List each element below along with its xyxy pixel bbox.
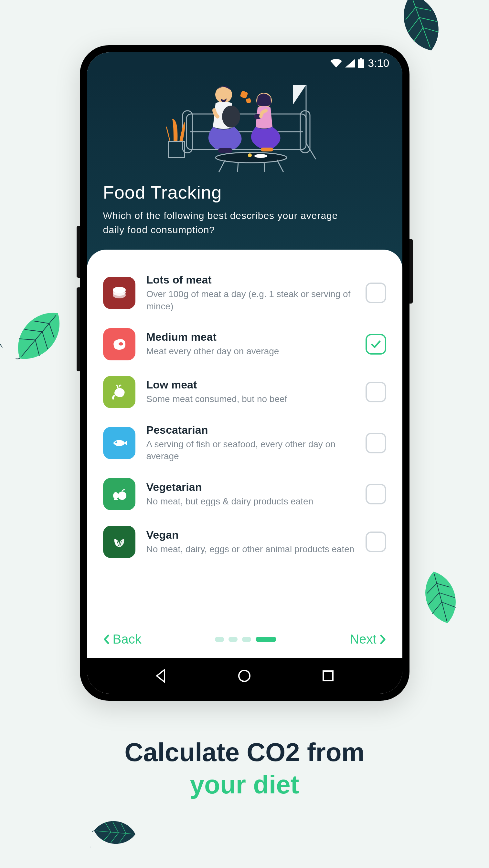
page-subtitle: Which of the following best describes yo…: [103, 209, 349, 237]
svg-point-25: [118, 492, 126, 500]
option-text: Lots of meatOver 100g of meat a day (e.g…: [146, 274, 354, 313]
svg-point-21: [119, 342, 123, 345]
promo-text: Calculate CO2 from your diet: [0, 736, 489, 801]
svg-point-11: [222, 105, 240, 128]
next-label: Next: [350, 632, 376, 647]
egg-apple-icon: [103, 478, 136, 510]
chevron-left-icon: [103, 634, 110, 644]
back-button[interactable]: Back: [103, 632, 142, 647]
back-label: Back: [113, 632, 142, 647]
progress-dot: [229, 637, 237, 642]
option-text: Low meatSome meat consumed, but no beef: [146, 378, 354, 405]
option-title: Vegan: [146, 529, 354, 541]
battery-icon: [357, 58, 365, 68]
option-text: VeganNo meat, dairy, eggs or other anima…: [146, 529, 354, 555]
progress-dots: [215, 637, 276, 642]
screen: 3:10: [87, 52, 402, 693]
svg-rect-17: [246, 98, 251, 103]
check-icon: [370, 338, 382, 350]
leaf-deco-icon: [89, 800, 140, 865]
wifi-icon: [330, 58, 343, 68]
option-desc: Over 100g of meat a day (e.g. 1 steak or…: [146, 288, 354, 313]
svg-rect-24: [114, 499, 118, 500]
option-title: Vegetarian: [146, 481, 354, 493]
progress-dot: [242, 637, 251, 642]
option-checkbox[interactable]: [366, 484, 386, 504]
svg-point-28: [239, 671, 250, 681]
header: Food Tracking Which of the following bes…: [87, 72, 402, 275]
diet-option[interactable]: Medium meatMeat every other day on avera…: [103, 320, 386, 368]
svg-rect-12: [218, 148, 232, 153]
android-navbar: [87, 658, 402, 693]
diet-option[interactable]: PescatarianA serving of fish or seafood,…: [103, 416, 386, 470]
next-button[interactable]: Next: [350, 632, 386, 647]
meat-cut-icon: [103, 328, 136, 361]
progress-dot: [215, 637, 224, 642]
signal-icon: [345, 58, 355, 68]
leaf-deco-icon: [405, 562, 476, 633]
option-text: Medium meatMeat every other day on avera…: [146, 331, 354, 358]
diet-option[interactable]: Lots of meatOver 100g of meat a day (e.g…: [103, 266, 386, 320]
progress-dot-active: [256, 637, 276, 642]
android-recent-icon[interactable]: [320, 668, 336, 684]
option-checkbox[interactable]: [366, 531, 386, 552]
fish-icon: [103, 427, 136, 459]
options-card: Lots of meatOver 100g of meat a day (e.g…: [87, 250, 402, 622]
status-icons: [330, 58, 365, 68]
svg-point-20: [113, 292, 126, 299]
option-desc: Meat every other day on average: [146, 345, 354, 358]
leaves-icon: [103, 526, 136, 558]
meat-stack-icon: [103, 277, 136, 309]
svg-rect-1: [360, 58, 362, 59]
option-text: VegetarianNo meat, but eggs & dairy prod…: [146, 481, 354, 507]
svg-rect-16: [240, 90, 248, 99]
svg-point-8: [248, 153, 252, 157]
android-back-icon[interactable]: [153, 668, 169, 684]
svg-point-7: [254, 154, 267, 158]
option-title: Low meat: [146, 378, 354, 391]
header-illustration: [154, 75, 335, 179]
diet-option[interactable]: VeganNo meat, dairy, eggs or other anima…: [103, 518, 386, 566]
leaf-deco-icon: [0, 292, 82, 379]
option-text: PescatarianA serving of fish or seafood,…: [146, 424, 354, 463]
option-title: Lots of meat: [146, 274, 354, 286]
option-checkbox[interactable]: [366, 433, 386, 454]
page-title: Food Tracking: [103, 182, 386, 203]
option-desc: A serving of fish or seafood, every othe…: [146, 438, 354, 463]
diet-option[interactable]: Low meatSome meat consumed, but no beef: [103, 368, 386, 416]
chicken-icon: [103, 376, 136, 408]
promo-line2: your diet: [0, 769, 489, 801]
svg-rect-0: [358, 59, 364, 68]
option-title: Pescatarian: [146, 424, 354, 436]
option-desc: No meat, dairy, eggs or other animal pro…: [146, 543, 354, 555]
svg-point-22: [115, 441, 117, 443]
phone-frame: 3:10: [80, 45, 409, 701]
svg-rect-14: [261, 148, 273, 151]
option-desc: Some meat consumed, but no beef: [146, 393, 354, 405]
status-bar: 3:10: [87, 52, 402, 72]
option-checkbox[interactable]: [366, 334, 386, 354]
status-time: 3:10: [368, 57, 389, 69]
android-home-icon[interactable]: [236, 668, 252, 684]
promo-line1: Calculate CO2 from: [0, 736, 489, 769]
diet-option[interactable]: VegetarianNo meat, but eggs & dairy prod…: [103, 470, 386, 518]
option-desc: No meat, but eggs & dairy products eaten: [146, 495, 354, 507]
svg-rect-29: [323, 671, 333, 681]
option-title: Medium meat: [146, 331, 354, 343]
chevron-right-icon: [379, 634, 386, 644]
svg-point-23: [113, 492, 118, 499]
option-checkbox[interactable]: [366, 283, 386, 303]
option-checkbox[interactable]: [366, 382, 386, 402]
wizard-nav: Back Next: [87, 622, 402, 658]
